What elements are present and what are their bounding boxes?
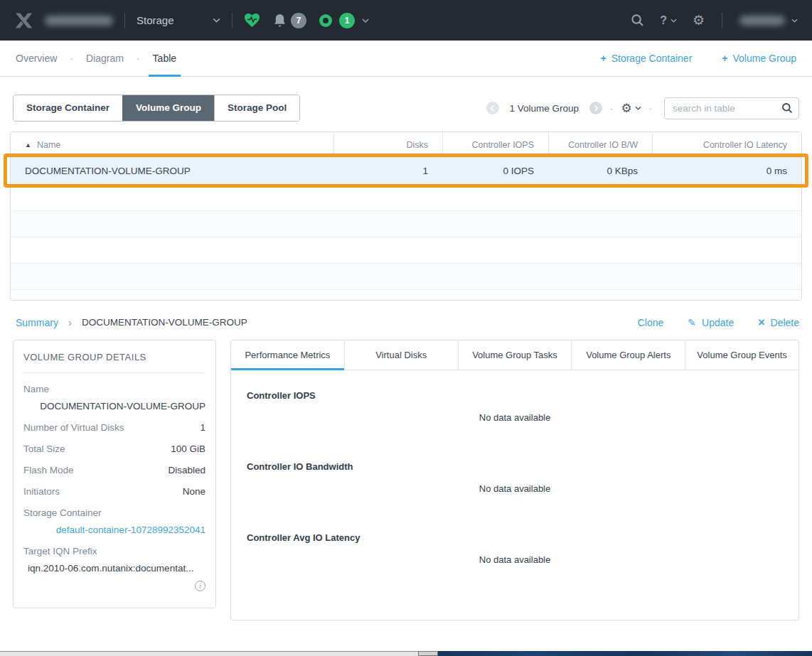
toggle-volume-group[interactable]: Volume Group	[122, 95, 214, 121]
scrollbar-thumb[interactable]	[418, 651, 438, 656]
field-storage-container: Storage Container default-container-1072…	[23, 507, 205, 535]
delete-label: Delete	[771, 317, 799, 328]
field-label: Total Size	[23, 443, 65, 454]
search-icon	[781, 102, 793, 114]
settings-gear-icon[interactable]: ⚙	[693, 14, 705, 27]
chart-title: Controller IO Bandwidth	[247, 461, 783, 472]
column-header-controller-io-latency[interactable]: Controller IO Latency	[652, 132, 801, 157]
dot-separator: ·	[610, 103, 613, 114]
volume-group-details-panel: VOLUME GROUP DETAILS Name DOCUMENTATION-…	[13, 340, 216, 608]
field-value: iqn.2010-06.com.nutanix:documentat...	[23, 563, 205, 574]
chart-controller-iops: Controller IOPS No data available	[231, 377, 798, 448]
task-ring-icon	[319, 14, 332, 27]
add-volume-group-button[interactable]: + Volume Group	[722, 53, 796, 64]
field-initiators: Initiators None	[23, 486, 205, 497]
pagination-next-button[interactable]	[589, 102, 602, 114]
performance-metrics-content: Controller IOPS No data available Contro…	[231, 370, 798, 609]
add-storage-container-button[interactable]: + Storage Container	[600, 53, 692, 64]
add-storage-container-label: Storage Container	[611, 53, 693, 64]
field-value: 100 GiB	[171, 443, 205, 454]
chart-title: Controller IOPS	[247, 390, 783, 401]
tasks-group[interactable]: 1	[319, 13, 369, 28]
tab-volume-group-tasks[interactable]: Volume Group Tasks	[459, 340, 572, 370]
breadcrumb-summary-link[interactable]: Summary	[16, 317, 58, 328]
user-menu[interactable]	[739, 16, 798, 26]
tab-diagram[interactable]: Diagram	[86, 41, 124, 76]
table-toolbar: Storage Container Volume Group Storage P…	[0, 95, 812, 122]
entity-count-label: 1 Volume Group	[510, 103, 579, 114]
background-window-edge	[438, 651, 812, 656]
chevron-down-icon	[362, 18, 369, 23]
field-value: None	[183, 486, 205, 497]
clone-label: Clone	[638, 317, 664, 328]
dot-separator: ·	[649, 103, 652, 114]
column-header-controller-iops[interactable]: Controller IOPS	[442, 132, 548, 157]
cluster-name-redacted[interactable]	[45, 16, 113, 26]
window-bottom-edge	[0, 651, 812, 656]
field-value: 1	[200, 422, 205, 433]
update-button[interactable]: ✎ Update	[688, 317, 734, 328]
info-icon[interactable]: i	[195, 581, 205, 591]
chevron-down-icon	[213, 18, 220, 23]
bell-icon	[273, 13, 287, 28]
nutanix-x-logo[interactable]	[14, 12, 33, 29]
cell-controller-iops: 0 IOPS	[442, 158, 548, 184]
field-value: Disabled	[168, 465, 205, 475]
delete-x-icon: ×	[758, 317, 764, 328]
cell-controller-io-latency: 0 ms	[652, 158, 801, 184]
toggle-storage-pool[interactable]: Storage Pool	[214, 95, 299, 121]
tab-volume-group-events[interactable]: Volume Group Events	[685, 340, 798, 370]
table-search-input[interactable]	[664, 97, 799, 119]
empty-table-row	[11, 290, 801, 301]
horizontal-scrollbar[interactable]	[0, 651, 421, 656]
column-header-controller-io-bw[interactable]: Controller IO B/W	[548, 132, 652, 157]
entity-menu-label: Storage	[137, 14, 174, 26]
empty-table-row	[11, 185, 801, 211]
field-label: Target IQN Prefix	[23, 546, 205, 556]
tab-overview[interactable]: Overview	[16, 41, 57, 76]
delete-button[interactable]: × Delete	[758, 317, 799, 328]
task-count-badge: 1	[339, 13, 355, 28]
table-row-documentation-volume-group[interactable]: DOCUMENTATION-VOLUME-GROUP 1 0 IOPS 0 KB…	[11, 158, 801, 185]
health-heart-icon[interactable]	[244, 13, 260, 28]
detail-tab-bar: Performance Metrics Virtual Disks Volume…	[231, 340, 798, 370]
tab-virtual-disks[interactable]: Virtual Disks	[345, 340, 459, 370]
tab-performance-metrics[interactable]: Performance Metrics	[231, 340, 345, 370]
clone-button[interactable]: Clone	[638, 317, 664, 328]
plus-icon: +	[600, 53, 606, 64]
alerts-bell-group[interactable]: 7	[273, 13, 306, 28]
alert-count-badge: 7	[291, 13, 306, 28]
help-label: ?	[660, 14, 667, 27]
search-icon[interactable]	[631, 14, 644, 27]
chevron-right-icon: ›	[68, 316, 72, 328]
storage-subnav: Overview · Diagram · Table + Storage Con…	[0, 41, 812, 77]
chart-empty-message: No data available	[247, 554, 783, 565]
column-header-name[interactable]: ▲ Name	[11, 132, 333, 157]
divider	[232, 13, 233, 28]
chart-title: Controller Avg IO Latency	[247, 532, 783, 543]
gear-icon: ⚙	[621, 102, 631, 114]
cell-name: DOCUMENTATION-VOLUME-GROUP	[11, 158, 333, 184]
pencil-icon: ✎	[688, 317, 696, 328]
chart-controller-io-bandwidth: Controller IO Bandwidth No data availabl…	[231, 448, 798, 520]
dot-separator: ·	[70, 53, 73, 64]
help-menu[interactable]: ?	[660, 14, 677, 27]
add-volume-group-label: Volume Group	[733, 53, 797, 64]
table-settings-gear[interactable]: ⚙	[621, 102, 641, 114]
toggle-storage-container[interactable]: Storage Container	[14, 95, 122, 121]
sort-asc-icon: ▲	[25, 141, 31, 149]
divider	[124, 13, 125, 28]
pagination-prev-button[interactable]	[486, 102, 499, 114]
column-header-disks[interactable]: Disks	[333, 132, 442, 157]
empty-table-row	[11, 264, 801, 290]
dot-separator: ·	[137, 53, 140, 64]
storage-container-link[interactable]: default-container-10728992352041	[23, 525, 205, 535]
divider	[23, 372, 205, 373]
entity-menu-storage[interactable]: Storage	[137, 14, 220, 26]
empty-table-row	[11, 211, 801, 237]
column-label: Controller IO B/W	[568, 140, 638, 150]
chart-empty-message: No data available	[247, 483, 783, 494]
tab-table[interactable]: Table	[153, 41, 176, 76]
volume-group-detail-tabs-panel: Performance Metrics Virtual Disks Volume…	[230, 340, 799, 620]
tab-volume-group-alerts[interactable]: Volume Group Alerts	[572, 340, 685, 370]
